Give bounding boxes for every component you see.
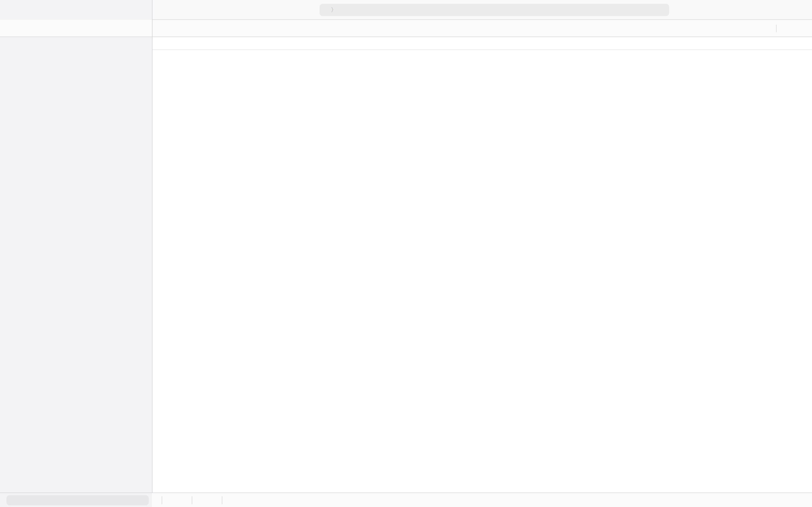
jump-bar — [152, 37, 812, 50]
project-navigator-panel — [0, 37, 152, 493]
filter-field[interactable] — [6, 495, 149, 505]
issue-stepper — [780, 37, 786, 50]
scheme-selector[interactable]: 〉 — [320, 4, 669, 16]
sidebar-filter-bar — [0, 493, 152, 507]
source-editor[interactable] — [153, 50, 812, 493]
project-title-block — [157, 3, 161, 5]
editor-options — [765, 20, 782, 37]
scheme-chevron: 〉 — [331, 6, 337, 14]
xcode-window: 〉 — [0, 0, 812, 507]
editor-tab-strip — [153, 20, 812, 37]
debug-bar — [153, 493, 812, 507]
navigator-icon-bar — [0, 0, 152, 17]
